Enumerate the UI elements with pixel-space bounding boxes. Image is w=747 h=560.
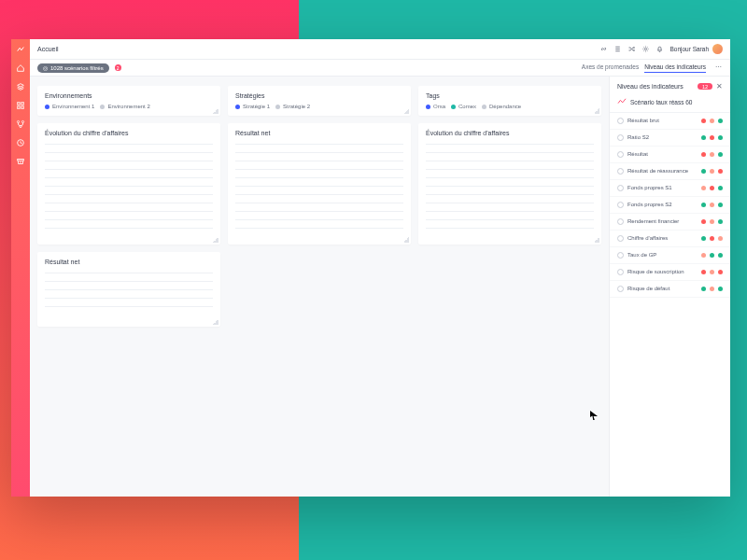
resize-handle-icon[interactable] bbox=[403, 237, 409, 243]
indicator-label: Ratio S2 bbox=[627, 134, 698, 141]
status-dot-icon bbox=[710, 270, 714, 274]
svg-rect-3 bbox=[21, 106, 23, 109]
indicator-list[interactable]: Résultat brutRatio S2RésultatRésultat de… bbox=[610, 113, 730, 497]
card-chart-resultat-2[interactable]: Résultat net bbox=[37, 252, 220, 327]
indicator-row[interactable]: Résultat brut bbox=[610, 113, 730, 130]
filter-tag[interactable]: Environnement 2 bbox=[100, 104, 149, 109]
resize-handle-icon[interactable] bbox=[213, 319, 218, 325]
indicator-radio[interactable] bbox=[617, 286, 624, 292]
card-environments[interactable]: Environnements Environnement 1Environnem… bbox=[37, 86, 220, 116]
card-strategies[interactable]: Stratégies Stratégie 1Stratégie 2 bbox=[228, 86, 411, 116]
indicator-row[interactable]: Résultat de réassurance bbox=[610, 163, 730, 180]
tab-indicators[interactable]: Niveau des indicateurs bbox=[644, 63, 706, 73]
nav-archive-icon[interactable] bbox=[16, 157, 25, 166]
indicator-dots bbox=[701, 219, 723, 224]
status-dot-icon bbox=[701, 287, 706, 291]
indicator-radio[interactable] bbox=[617, 202, 624, 208]
link-icon[interactable] bbox=[599, 45, 608, 53]
tabs-more-icon[interactable]: ⋯ bbox=[715, 63, 723, 73]
gear-icon[interactable] bbox=[641, 45, 650, 53]
card-title: Résultat net bbox=[45, 259, 213, 265]
indicator-dots bbox=[701, 169, 723, 174]
indicator-row[interactable]: Chiffre d'affaires bbox=[610, 231, 730, 247]
close-icon[interactable]: ✕ bbox=[716, 82, 723, 91]
list-icon[interactable] bbox=[613, 45, 622, 53]
card-chart-resultat-1[interactable]: Résultat net bbox=[228, 123, 411, 245]
status-dot-icon bbox=[718, 253, 723, 258]
indicator-row[interactable]: Ratio S2 bbox=[610, 130, 730, 147]
indicator-radio[interactable] bbox=[617, 269, 624, 275]
indicator-label: Risque de défaut bbox=[627, 286, 698, 292]
status-dot-icon bbox=[710, 253, 714, 258]
indicator-radio[interactable] bbox=[617, 252, 624, 259]
card-chart-evolution-1[interactable]: Évolution du chiffre d'affaires bbox=[37, 123, 220, 245]
indicator-radio[interactable] bbox=[617, 168, 624, 175]
resize-handle-icon[interactable] bbox=[594, 108, 599, 114]
user-menu[interactable]: Bonjour Sarah bbox=[669, 44, 723, 54]
indicator-radio[interactable] bbox=[617, 118, 624, 124]
bell-icon[interactable] bbox=[655, 45, 664, 53]
shuffle-icon[interactable] bbox=[627, 45, 636, 53]
status-dot-icon bbox=[701, 236, 706, 241]
tag-label: Dépendance bbox=[489, 104, 521, 109]
indicator-row[interactable]: Risque de souscription bbox=[610, 264, 730, 281]
svg-point-9 bbox=[645, 48, 647, 49]
indicator-dots bbox=[701, 152, 723, 157]
status-dot-icon bbox=[701, 119, 706, 123]
card-tags[interactable]: Tags OrsaComexDépendance bbox=[418, 86, 601, 116]
filter-pill-label: 1028 scénarios filtrés bbox=[50, 65, 104, 71]
status-dot-icon bbox=[701, 270, 706, 274]
status-dot-icon bbox=[701, 152, 706, 157]
filter-tag[interactable]: Stratégie 1 bbox=[235, 104, 270, 109]
tag-dot-icon bbox=[100, 105, 105, 109]
nav-branch-icon[interactable] bbox=[16, 119, 25, 129]
indicator-panel: Niveau des indicateurs 12 ✕ Scénario tau… bbox=[609, 77, 730, 497]
tab-axes[interactable]: Axes de promenades bbox=[582, 63, 639, 73]
resize-handle-icon[interactable] bbox=[213, 237, 218, 243]
dashboard-scroll[interactable]: Environnements Environnement 1Environnem… bbox=[30, 77, 609, 497]
status-dot-icon bbox=[718, 152, 723, 157]
filter-tag[interactable]: Environnement 1 bbox=[45, 104, 94, 109]
app-logo[interactable] bbox=[16, 45, 25, 54]
filter-eye-icon: ◎ bbox=[43, 64, 48, 71]
indicator-radio[interactable] bbox=[617, 151, 624, 158]
status-dot-icon bbox=[710, 236, 714, 241]
filter-tag[interactable]: Orsa bbox=[426, 104, 445, 109]
nav-home-icon[interactable] bbox=[16, 63, 25, 73]
status-dot-icon bbox=[718, 135, 723, 140]
nav-clock-icon[interactable] bbox=[16, 138, 25, 147]
resize-handle-icon[interactable] bbox=[594, 237, 599, 243]
indicator-row[interactable]: Résultat bbox=[610, 147, 730, 163]
indicator-radio[interactable] bbox=[617, 218, 624, 225]
resize-handle-icon[interactable] bbox=[213, 108, 218, 114]
filter-tag[interactable]: Dépendance bbox=[482, 104, 521, 109]
svg-point-4 bbox=[17, 120, 19, 122]
scenario-row[interactable]: Scénario taux réass 60 bbox=[610, 94, 730, 113]
resize-handle-icon[interactable] bbox=[403, 108, 409, 114]
tag-dot-icon bbox=[426, 105, 430, 109]
indicator-radio[interactable] bbox=[617, 235, 624, 242]
card-title: Stratégies bbox=[235, 92, 403, 99]
indicator-radio[interactable] bbox=[617, 134, 624, 141]
indicator-dots bbox=[701, 270, 723, 274]
nav-grid-icon[interactable] bbox=[16, 101, 25, 110]
indicator-row[interactable]: Rendement financier bbox=[610, 214, 730, 231]
indicator-row[interactable]: Taux de GP bbox=[610, 247, 730, 264]
indicator-row[interactable]: Fonds propres S1 bbox=[610, 180, 730, 197]
status-dot-icon bbox=[710, 287, 714, 291]
tag-label: Stratégie 2 bbox=[283, 104, 310, 109]
filter-pill[interactable]: ◎ 1028 scénarios filtrés bbox=[37, 63, 109, 73]
axis-tabs: Axes de promenades Niveau des indicateur… bbox=[582, 63, 723, 73]
indicator-radio[interactable] bbox=[617, 185, 624, 191]
nav-layers-icon[interactable] bbox=[16, 82, 25, 91]
indicator-label: Fonds propres S1 bbox=[627, 185, 698, 191]
indicator-row[interactable]: Risque de défaut bbox=[610, 281, 730, 298]
page-title: Accueil bbox=[37, 46, 59, 52]
status-dot-icon bbox=[718, 219, 723, 224]
filter-tag[interactable]: Stratégie 2 bbox=[275, 104, 310, 109]
indicator-row[interactable]: Fonds propres S2 bbox=[610, 197, 730, 214]
status-dot-icon bbox=[710, 219, 714, 224]
card-chart-evolution-2[interactable]: Évolution du chiffre d'affaires bbox=[418, 123, 601, 245]
tag-label: Environnement 1 bbox=[52, 104, 94, 109]
filter-tag[interactable]: Comex bbox=[451, 104, 476, 109]
